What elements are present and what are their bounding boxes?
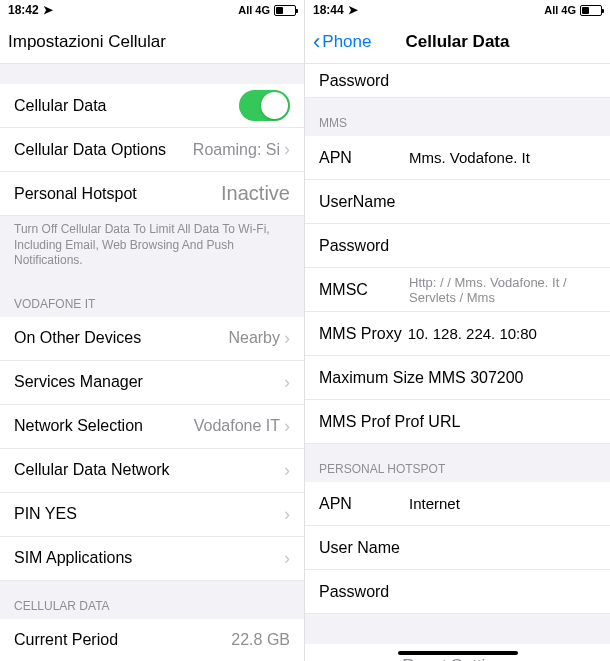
- mms-prof-url-row[interactable]: MMS Prof Prof URL: [305, 400, 610, 444]
- personal-hotspot-row[interactable]: Personal Hotspot Inactive: [0, 172, 304, 216]
- hotspot-username-row[interactable]: User Name: [305, 526, 610, 570]
- hotspot-password-row[interactable]: Password: [305, 570, 610, 614]
- cellular-footer: Turn Off Cellular Data To Limit All Data…: [0, 216, 304, 279]
- mms-max-size-label: Maximum Size MMS 307200: [319, 369, 524, 387]
- chevron-right-icon: ›: [284, 328, 290, 349]
- hotspot-password-label: Password: [319, 583, 409, 601]
- mms-max-size-row[interactable]: Maximum Size MMS 307200: [305, 356, 610, 400]
- usage-header: CELLULAR DATA: [0, 581, 304, 619]
- other-devices-row[interactable]: On Other Devices Nearby›: [0, 317, 304, 361]
- chevron-right-icon: ›: [284, 504, 290, 525]
- mms-apn-label: APN: [319, 149, 409, 167]
- pin-label: PIN YES: [14, 505, 77, 523]
- location-icon: ➤: [348, 3, 358, 17]
- back-label: Phone: [322, 32, 371, 52]
- mms-password-label: Password: [319, 237, 409, 255]
- services-manager-label: Services Manager: [14, 373, 143, 391]
- chevron-right-icon: ›: [284, 548, 290, 569]
- mmsc-row[interactable]: MMSC Http: / / Mms. Vodafone. It / Servl…: [305, 268, 610, 312]
- chevron-left-icon: ‹: [313, 29, 320, 55]
- nav-bar: ‹ Phone Cellular Data: [305, 20, 610, 64]
- status-bar: 18:42 ➤ All 4G: [0, 0, 304, 20]
- other-devices-label: On Other Devices: [14, 329, 141, 347]
- current-period-label: Current Period: [14, 631, 118, 649]
- battery-icon: [580, 5, 602, 16]
- carrier-header: VODAFONE IT: [0, 279, 304, 317]
- cellular-data-options-row[interactable]: Cellular Data Options Roaming: Si›: [0, 128, 304, 172]
- cellular-data-label: Cellular Data: [14, 97, 106, 115]
- mms-header: MMS: [305, 98, 610, 136]
- password-label: Password: [319, 72, 409, 90]
- chevron-right-icon: ›: [284, 416, 290, 437]
- status-time: 18:42: [8, 3, 39, 17]
- mmsc-value[interactable]: Http: / / Mms. Vodafone. It / Servlets /…: [409, 275, 596, 305]
- cellular-data-options-value: Roaming: Si: [193, 141, 280, 159]
- hotspot-username-label: User Name: [319, 539, 409, 557]
- password-row-top[interactable]: Password: [305, 64, 610, 98]
- pin-row[interactable]: PIN YES ›: [0, 493, 304, 537]
- cellular-data-toggle[interactable]: [239, 90, 290, 121]
- mms-apn-value[interactable]: Mms. Vodafone. It: [409, 149, 596, 166]
- mms-username-label: UserName: [319, 193, 409, 211]
- network-selection-label: Network Selection: [14, 417, 143, 435]
- network-selection-row[interactable]: Network Selection Vodafone IT›: [0, 405, 304, 449]
- chevron-right-icon: ›: [284, 372, 290, 393]
- hotspot-header: PERSONAL HOTSPOT: [305, 444, 610, 482]
- network-selection-value: Vodafone IT: [194, 417, 280, 435]
- status-time: 18:44: [313, 3, 344, 17]
- other-devices-value: Nearby: [228, 329, 280, 347]
- status-network: All 4G: [544, 4, 576, 16]
- mms-prof-url-label: MMS Prof Prof URL: [319, 413, 460, 431]
- hotspot-apn-value[interactable]: Internet: [409, 495, 596, 512]
- reset-settings-label: Reset Settings: [402, 656, 513, 661]
- cellular-data-network-label: Cellular Data Network: [14, 461, 170, 479]
- hotspot-apn-row[interactable]: APN Internet: [305, 482, 610, 526]
- status-bar: 18:44 ➤ All 4G: [305, 0, 610, 20]
- personal-hotspot-value: Inactive: [221, 182, 290, 205]
- status-network: All 4G: [238, 4, 270, 16]
- nav-bar: Impostazioni Cellular: [0, 20, 304, 64]
- current-period-value: 22.8 GB: [231, 631, 290, 649]
- cellular-data-network-row[interactable]: Cellular Data Network ›: [0, 449, 304, 493]
- mms-proxy-label: MMS Proxy: [319, 325, 402, 343]
- hotspot-apn-label: APN: [319, 495, 409, 513]
- back-button[interactable]: ‹ Phone: [313, 29, 372, 55]
- page-title: Cellular Data: [406, 32, 510, 52]
- mms-proxy-value[interactable]: 10. 128. 224. 10:80: [408, 325, 596, 342]
- services-manager-row[interactable]: Services Manager ›: [0, 361, 304, 405]
- location-icon: ➤: [43, 3, 53, 17]
- mms-password-row[interactable]: Password: [305, 224, 610, 268]
- mms-username-row[interactable]: UserName: [305, 180, 610, 224]
- left-screen: 18:42 ➤ All 4G Impostazioni Cellular Cel…: [0, 0, 305, 661]
- battery-icon: [274, 5, 296, 16]
- mms-apn-row[interactable]: APN Mms. Vodafone. It: [305, 136, 610, 180]
- home-indicator[interactable]: [398, 651, 518, 655]
- cellular-data-row[interactable]: Cellular Data: [0, 84, 304, 128]
- current-period-row: Current Period 22.8 GB: [0, 619, 304, 661]
- mms-proxy-row[interactable]: MMS Proxy 10. 128. 224. 10:80: [305, 312, 610, 356]
- chevron-right-icon: ›: [284, 460, 290, 481]
- personal-hotspot-label: Personal Hotspot: [14, 185, 137, 203]
- right-screen: 18:44 ➤ All 4G ‹ Phone Cellular Data Pas…: [305, 0, 610, 661]
- cellular-data-options-label: Cellular Data Options: [14, 141, 166, 159]
- page-title: Impostazioni Cellular: [8, 32, 166, 52]
- mmsc-label: MMSC: [319, 281, 409, 299]
- sim-apps-label: SIM Applications: [14, 549, 132, 567]
- sim-apps-row[interactable]: SIM Applications ›: [0, 537, 304, 581]
- chevron-right-icon: ›: [284, 139, 290, 160]
